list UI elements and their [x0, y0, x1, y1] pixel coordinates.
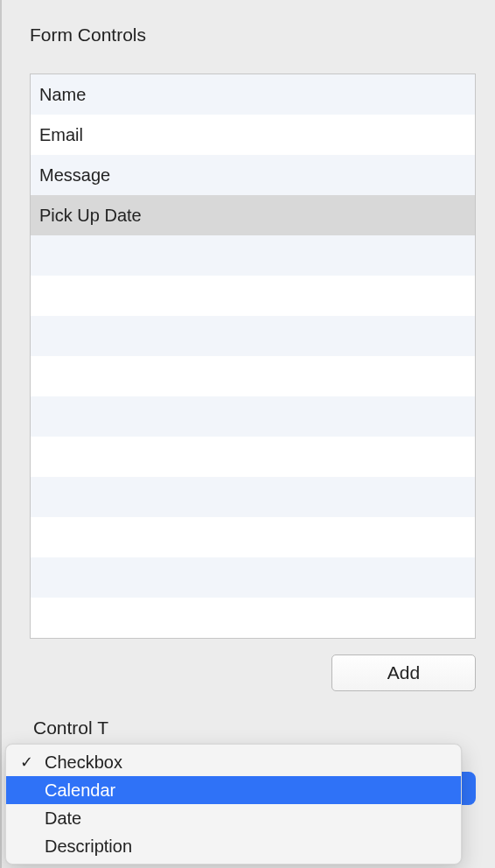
dropdown-item-checkbox[interactable]: ✓ Checkbox	[6, 748, 461, 776]
dropdown-item-label: Description	[45, 836, 132, 857]
panel-left-border	[0, 0, 2, 868]
dropdown-item-label: Date	[45, 808, 81, 829]
list-item-label: Message	[39, 165, 110, 186]
list-item[interactable]: Email	[31, 115, 475, 155]
list-item[interactable]	[31, 316, 475, 356]
dropdown-item-label: Checkbox	[45, 752, 122, 773]
control-type-dropdown-menu[interactable]: ✓ Checkbox Calendar Date Description	[5, 744, 462, 864]
list-item-label: Email	[39, 125, 83, 145]
list-item-selected[interactable]: Pick Up Date	[31, 195, 475, 235]
control-type-label: Control T	[30, 718, 476, 738]
control-type-label-text: Control T	[33, 718, 108, 738]
list-item[interactable]	[31, 276, 475, 316]
add-button-row: Add	[30, 654, 476, 691]
list-item[interactable]	[31, 477, 475, 517]
dropdown-item-description[interactable]: Description	[6, 832, 461, 860]
list-item[interactable]: Name	[31, 74, 475, 115]
list-item[interactable]	[31, 598, 475, 638]
list-item[interactable]	[31, 437, 475, 477]
dropdown-item-label: Calendar	[45, 780, 115, 801]
panel-title: Form Controls	[30, 24, 476, 46]
add-button[interactable]: Add	[331, 654, 476, 691]
list-item-label: Pick Up Date	[39, 206, 142, 226]
dropdown-item-date[interactable]: Date	[6, 804, 461, 832]
list-item[interactable]	[31, 517, 475, 557]
list-item[interactable]: Message	[31, 155, 475, 195]
list-item[interactable]	[31, 557, 475, 598]
form-controls-panel: Form Controls Name Email Message Pick Up…	[0, 0, 495, 738]
list-item[interactable]	[31, 396, 475, 437]
dropdown-item-calendar[interactable]: Calendar	[6, 776, 461, 804]
list-item[interactable]	[31, 235, 475, 276]
list-item[interactable]	[31, 356, 475, 396]
form-controls-list[interactable]: Name Email Message Pick Up Date	[30, 74, 476, 639]
list-item-label: Name	[39, 85, 86, 105]
check-icon: ✓	[20, 752, 45, 772]
